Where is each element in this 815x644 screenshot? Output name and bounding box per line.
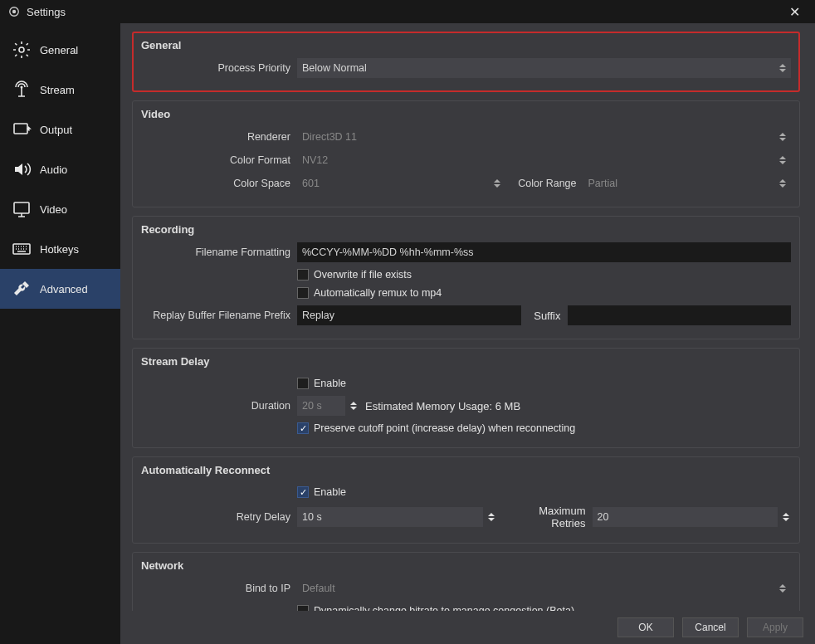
process-priority-select[interactable]: Below Normal [297, 58, 791, 78]
monitor-icon [12, 199, 32, 219]
section-title: General [141, 39, 791, 51]
color-format-select[interactable]: NV12 [297, 150, 791, 170]
color-space-label: Color Space [141, 178, 290, 189]
output-icon [12, 120, 32, 139]
sidebar-label: Advanced [40, 283, 88, 295]
section-auto-reconnect: Automatically Reconnect Enable Retry Del… [132, 456, 800, 544]
settings-window: Settings ✕ General Stream Output Audio [0, 0, 815, 644]
bind-ip-value: Default [302, 583, 335, 594]
est-memory-label: Estimated Memory Usage: 6 MB [365, 400, 520, 412]
svg-point-1 [12, 10, 16, 13]
section-general: General Process Priority Below Normal [132, 32, 800, 92]
dropdown-arrows-icon [778, 60, 788, 76]
apply-button[interactable]: Apply [747, 617, 803, 637]
sidebar-label: Audio [40, 163, 67, 176]
suffix-label: Suffix [528, 310, 561, 322]
section-network: Network Bind to IP Default Dynamically c… [132, 552, 800, 611]
color-range-value: Partial [588, 178, 617, 189]
enable-label: Enable [314, 486, 346, 498]
sidebar-label: Video [40, 203, 67, 216]
retry-delay-label: Retry Delay [141, 511, 290, 523]
renderer-value: Direct3D 11 [302, 131, 357, 143]
sidebar-item-audio[interactable]: Audio [0, 149, 120, 189]
keyboard-icon [12, 239, 32, 259]
dropdown-arrows-icon [778, 175, 788, 192]
renderer-select[interactable]: Direct3D 11 [297, 127, 791, 147]
titlebar: Settings ✕ [0, 0, 815, 23]
footer: OK Cancel Apply [120, 611, 815, 644]
section-title: Recording [141, 223, 791, 236]
section-video: Video Renderer Direct3D 11 Color Format … [132, 100, 800, 207]
filename-formatting-input[interactable] [297, 242, 791, 262]
sidebar-label: General [40, 44, 78, 56]
section-title: Network [141, 559, 791, 572]
speaker-icon [12, 159, 32, 179]
dyn-bitrate-label: Dynamically change bitrate to manage con… [314, 605, 574, 611]
renderer-label: Renderer [141, 131, 290, 143]
cancel-button[interactable]: Cancel [682, 617, 739, 637]
ok-button[interactable]: OK [617, 617, 674, 637]
sidebar-item-stream[interactable]: Stream [0, 70, 120, 110]
gear-icon [12, 40, 32, 60]
dropdown-arrows-icon [778, 129, 788, 145]
sidebar-label: Output [40, 124, 72, 136]
color-range-label: Color Range [512, 178, 577, 189]
antenna-icon [12, 80, 32, 100]
sidebar-item-general[interactable]: General [0, 30, 120, 70]
section-recording: Recording Filename Formatting Overwrite … [132, 216, 800, 339]
section-stream-delay: Stream Delay Enable Duration Estimated M… [132, 348, 800, 448]
auto-remux-label: Automatically remux to mp4 [314, 287, 442, 299]
spinner-icon[interactable] [486, 509, 496, 525]
enable-label: Enable [314, 378, 346, 389]
dropdown-arrows-icon [778, 580, 788, 597]
spinner-icon[interactable] [349, 398, 359, 414]
tools-icon [12, 279, 32, 299]
svg-rect-5 [14, 202, 29, 213]
close-button[interactable]: ✕ [783, 4, 807, 20]
sidebar: General Stream Output Audio Video Hotkey… [0, 23, 120, 644]
replay-prefix-input[interactable] [297, 305, 521, 325]
duration-label: Duration [141, 400, 290, 412]
sidebar-item-advanced[interactable]: Advanced [0, 269, 120, 309]
sidebar-item-video[interactable]: Video [0, 189, 120, 229]
filename-formatting-label: Filename Formatting [141, 246, 290, 258]
section-title: Video [141, 108, 791, 120]
replay-prefix-label: Replay Buffer Filename Prefix [141, 310, 290, 321]
svg-point-2 [19, 47, 24, 52]
process-priority-value: Below Normal [302, 62, 367, 74]
color-range-select[interactable]: Partial [583, 173, 792, 193]
sidebar-item-hotkeys[interactable]: Hotkeys [0, 229, 120, 269]
dropdown-arrows-icon [492, 175, 502, 192]
sidebar-label: Stream [40, 84, 75, 96]
preserve-label: Preserve cutoff point (increase delay) w… [314, 422, 575, 434]
stream-delay-enable-checkbox[interactable]: Enable [297, 378, 346, 389]
sidebar-item-output[interactable]: Output [0, 110, 120, 149]
spinner-icon[interactable] [781, 509, 791, 525]
app-icon [8, 6, 20, 17]
bind-ip-select[interactable]: Default [297, 578, 791, 598]
max-retries-input[interactable] [593, 507, 778, 527]
section-title: Automatically Reconnect [141, 464, 791, 476]
auto-remux-checkbox[interactable]: Automatically remux to mp4 [297, 287, 442, 299]
bind-ip-label: Bind to IP [141, 583, 290, 594]
duration-input[interactable] [297, 396, 345, 416]
preserve-cutoff-checkbox[interactable]: Preserve cutoff point (increase delay) w… [297, 422, 575, 434]
section-title: Stream Delay [141, 355, 791, 368]
dyn-bitrate-checkbox[interactable]: Dynamically change bitrate to manage con… [297, 605, 574, 611]
retry-delay-input[interactable] [297, 507, 483, 527]
color-space-value: 601 [302, 178, 320, 189]
content-area[interactable]: General Process Priority Below Normal Vi… [120, 23, 815, 611]
max-retries-label: Maximum Retries [503, 505, 586, 529]
reconnect-enable-checkbox[interactable]: Enable [297, 486, 346, 498]
overwrite-label: Overwrite if file exists [314, 269, 412, 281]
overwrite-checkbox[interactable]: Overwrite if file exists [297, 269, 412, 281]
suffix-input[interactable] [568, 305, 792, 325]
svg-rect-4 [14, 124, 27, 134]
process-priority-label: Process Priority [141, 62, 290, 74]
color-space-select[interactable]: 601 [297, 173, 505, 193]
dropdown-arrows-icon [778, 152, 788, 168]
sidebar-label: Hotkeys [40, 243, 79, 256]
color-format-value: NV12 [302, 154, 328, 166]
color-format-label: Color Format [141, 154, 290, 166]
window-title: Settings [27, 6, 66, 18]
